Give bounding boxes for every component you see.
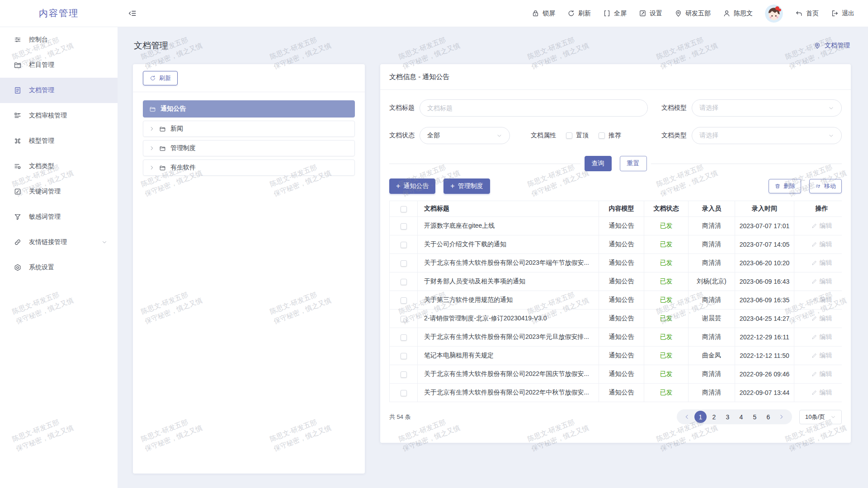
sidebar-item-sensitive-words[interactable]: 敏感词管理 xyxy=(0,204,118,230)
breadcrumb[interactable]: 文档管理 xyxy=(814,42,850,50)
chevron-down-icon xyxy=(830,414,836,420)
search-button[interactable]: 查询 xyxy=(585,156,612,171)
doc-title-label: 文档标题 xyxy=(389,104,415,112)
sidebar-collapse-button[interactable] xyxy=(128,9,137,18)
row-checkbox[interactable] xyxy=(401,390,407,396)
page-button[interactable]: 6 xyxy=(762,411,774,423)
tree-item-news[interactable]: 新闻 xyxy=(143,121,355,137)
row-checkbox[interactable] xyxy=(401,223,407,230)
cell-doc-title[interactable]: 关于北京有生博大软件股份有限公司2023年端午节放假安... xyxy=(418,254,599,272)
home-button[interactable]: 首页 xyxy=(795,9,819,18)
status-badge: 已发 xyxy=(660,240,673,248)
fullscreen-icon xyxy=(603,9,611,17)
attr-recommend-checkbox[interactable]: 推荐 xyxy=(599,131,621,140)
row-checkbox[interactable] xyxy=(401,279,407,285)
sidebar-item-console[interactable]: 控制台 xyxy=(0,27,118,52)
pencil-icon xyxy=(811,260,817,266)
lock-screen-button[interactable]: 锁屏 xyxy=(532,9,555,18)
cell-doc-title[interactable]: 关于公司介绍文件下载的通知 xyxy=(418,235,599,254)
cell-doc-model: 通知公告 xyxy=(599,365,644,384)
cell-doc-title[interactable]: 关于北京有生博大软件股份有限公司2022年国庆节放假安... xyxy=(418,365,599,384)
sidebar-item-doc-review[interactable]: 文档审核管理 xyxy=(0,103,118,128)
cell-doc-title[interactable]: 开源数字底座在gitee上线 xyxy=(418,217,599,235)
edit-button[interactable]: 编辑 xyxy=(811,259,832,267)
row-checkbox[interactable] xyxy=(401,353,407,359)
row-checkbox[interactable] xyxy=(401,242,407,248)
row-checkbox[interactable] xyxy=(401,334,407,341)
edit-button[interactable]: 编辑 xyxy=(811,352,832,360)
tree-refresh-button[interactable]: 刷新 xyxy=(143,71,178,85)
settings-button[interactable]: 设置 xyxy=(639,9,662,18)
avatar[interactable] xyxy=(765,5,783,23)
page-button[interactable]: 5 xyxy=(749,411,761,423)
edit-button[interactable]: 编辑 xyxy=(811,389,832,397)
edit-button[interactable]: 编辑 xyxy=(811,222,832,230)
cell-doc-model: 通知公告 xyxy=(599,328,644,347)
topbar: 内容管理 锁屏 刷新 全屏 设置 研发五部 陈思文 xyxy=(0,0,868,27)
row-checkbox[interactable] xyxy=(401,297,407,304)
doc-type-select[interactable]: 请选择 xyxy=(692,127,842,144)
attr-top-checkbox[interactable]: 置顶 xyxy=(566,131,589,140)
chevron-down-icon xyxy=(828,133,834,139)
cell-doc-title[interactable]: 关于第三方软件使用规范的通知 xyxy=(418,291,599,310)
move-button[interactable]: 移动 xyxy=(809,179,842,193)
tree-item-notice[interactable]: 通知公告 xyxy=(143,100,355,117)
row-checkbox[interactable] xyxy=(401,316,407,322)
doc-model-select[interactable]: 请选择 xyxy=(692,99,842,117)
cell-doc-time: 2022-09-07 13:44 xyxy=(735,384,794,402)
logout-button[interactable]: 退出 xyxy=(831,9,854,18)
status-badge: 已发 xyxy=(660,333,673,340)
edit-button[interactable]: 编辑 xyxy=(811,314,832,323)
sidebar-item-columns[interactable]: 栏目管理 xyxy=(0,52,118,78)
folder-icon xyxy=(159,164,166,171)
home-back-icon xyxy=(795,9,803,17)
reset-button[interactable]: 重置 xyxy=(620,156,647,171)
add-policy-button[interactable]: 管理制度 xyxy=(443,178,490,194)
prev-page-button[interactable] xyxy=(681,411,693,423)
doc-attr-label: 文档属性 xyxy=(531,131,556,140)
row-checkbox[interactable] xyxy=(401,260,407,267)
next-page-button[interactable] xyxy=(776,411,788,423)
page-button[interactable]: 1 xyxy=(694,411,707,423)
tree-item-software[interactable]: 有生软件 xyxy=(143,160,355,176)
edit-button[interactable]: 编辑 xyxy=(811,333,832,341)
total-count: 共 54 条 xyxy=(389,413,411,421)
cell-doc-title[interactable]: 2-请销假管理制度-北京-修订20230419-V3.0 xyxy=(418,310,599,328)
row-checkbox[interactable] xyxy=(401,371,407,378)
tree-item-policy[interactable]: 管理制度 xyxy=(143,140,355,156)
edit-button[interactable]: 编辑 xyxy=(811,240,832,249)
edit-button[interactable]: 编辑 xyxy=(811,370,832,378)
delete-button[interactable]: 删除 xyxy=(769,179,801,193)
cell-doc-title[interactable]: 关于北京有生博大软件股份有限公司2022年中秋节放假安... xyxy=(418,384,599,402)
sidebar-item-system-settings[interactable]: 系统设置 xyxy=(0,255,118,280)
sidebar-item-models[interactable]: 模型管理 xyxy=(0,128,118,154)
page-button[interactable]: 4 xyxy=(735,411,747,423)
select-all-checkbox[interactable] xyxy=(401,206,407,212)
pencil-icon xyxy=(811,371,817,377)
cell-doc-model: 通知公告 xyxy=(599,254,644,272)
cell-doc-title[interactable]: 笔记本电脑租用有关规定 xyxy=(418,347,599,365)
add-notice-button[interactable]: 通知公告 xyxy=(389,178,435,194)
doc-status-select[interactable]: 全部 xyxy=(420,127,510,144)
status-badge: 已发 xyxy=(660,389,673,396)
page-size-select[interactable]: 10条/页 xyxy=(799,410,842,424)
table-header-row: 文档标题 内容模型 文档状态 录入员 录入时间 操作 xyxy=(390,201,842,217)
chevron-down-icon xyxy=(496,133,502,139)
page-button[interactable]: 3 xyxy=(722,411,734,423)
sidebar-item-doc-types[interactable]: 文档类型 xyxy=(0,154,118,179)
page-button[interactable]: 2 xyxy=(708,411,720,423)
edit-button[interactable]: 编辑 xyxy=(811,296,832,304)
fullscreen-button[interactable]: 全屏 xyxy=(603,9,627,18)
document-table: 文档标题 内容模型 文档状态 录入员 录入时间 操作 开源数字底座在gitee上… xyxy=(389,201,842,402)
sidebar-item-keywords[interactable]: 关键词管理 xyxy=(0,179,118,204)
plus-icon xyxy=(396,183,400,190)
refresh-button[interactable]: 刷新 xyxy=(567,9,591,18)
department-indicator[interactable]: 研发五部 xyxy=(675,9,711,18)
cell-doc-title[interactable]: 关于北京有生博大软件股份有限公司2023年元旦放假安排... xyxy=(418,328,599,347)
cell-doc-title[interactable]: 于财务部人员变动及相关事项的通知 xyxy=(418,272,599,291)
sidebar-item-documents[interactable]: 文档管理 xyxy=(0,78,118,103)
doc-title-input[interactable] xyxy=(427,104,640,112)
current-user[interactable]: 陈思文 xyxy=(723,9,753,18)
edit-button[interactable]: 编辑 xyxy=(811,277,832,286)
sidebar-item-links[interactable]: 友情链接管理 xyxy=(0,230,118,255)
